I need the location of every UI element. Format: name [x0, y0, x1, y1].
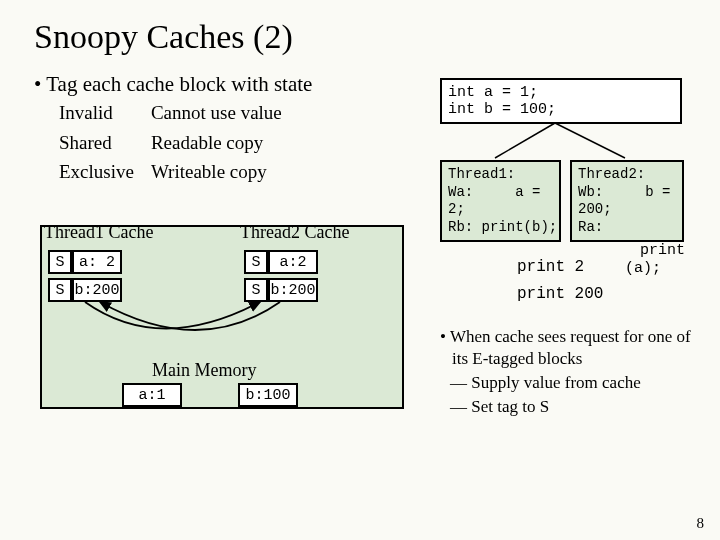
- cache1-label: Thread1 Cache: [44, 222, 153, 243]
- state-desc: Writeable copy: [150, 158, 296, 186]
- frag-print: print: [640, 242, 685, 259]
- mem-cell: a:1: [122, 383, 182, 407]
- cache2-label: Thread2 Cache: [240, 222, 349, 243]
- coherence-arcs: [40, 280, 400, 350]
- svg-line-1: [555, 123, 625, 158]
- cell-val: a:2: [268, 250, 318, 274]
- state-desc: Readable copy: [150, 129, 296, 157]
- right-text-2: Supply value from cache: [471, 373, 640, 392]
- state-name: Exclusive: [58, 158, 148, 186]
- mem-cell: b:100: [238, 383, 298, 407]
- cell-val: a: 2: [72, 250, 122, 274]
- fork-arrows: [440, 118, 676, 160]
- cell-s: S: [244, 250, 268, 274]
- slide-number: 8: [697, 515, 705, 532]
- bullet-text: Tag each cache block with state: [46, 72, 312, 96]
- svg-line-0: [495, 123, 555, 158]
- frag-a: (a);: [625, 260, 661, 277]
- slide-title: Snoopy Caches (2): [0, 0, 720, 62]
- output-line-1: print 2: [517, 258, 584, 276]
- right-text-1: When cache sees request for one of its E…: [450, 327, 691, 368]
- right-explain: • When cache sees request for one of its…: [440, 326, 692, 418]
- output-line-2: print 200: [517, 285, 603, 303]
- cell-s: S: [48, 250, 72, 274]
- state-name: Shared: [58, 129, 148, 157]
- memory-label: Main Memory: [152, 360, 256, 381]
- thread2-box: Thread2: Wb: b = 200; Ra:: [570, 160, 684, 242]
- thread1-box: Thread1: Wa: a = 2; Rb: print(b);: [440, 160, 561, 242]
- right-text-3: Set tag to S: [471, 397, 549, 416]
- state-name: Invalid: [58, 99, 148, 127]
- state-desc: Cannot use value: [150, 99, 296, 127]
